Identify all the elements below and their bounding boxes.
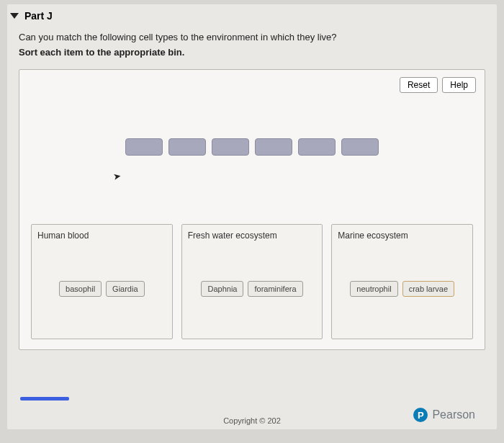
draggable-item[interactable]: [298, 138, 336, 156]
placed-item[interactable]: basophil: [59, 281, 102, 297]
part-header[interactable]: Part J: [7, 4, 497, 24]
page: Part J Can you match the following cell …: [7, 4, 497, 429]
bins-row: Human blood basophil Giardia Fresh water…: [31, 224, 473, 339]
brand: P Pearson: [413, 408, 475, 422]
bin-label: Marine ecosystem: [338, 231, 467, 241]
question-instruction: Sort each item to the appropriate bin.: [19, 47, 485, 58]
placed-item[interactable]: Daphnia: [201, 281, 243, 297]
bin-fresh-water[interactable]: Fresh water ecosystem Daphnia foraminife…: [181, 224, 323, 339]
placed-item[interactable]: neutrophil: [350, 281, 397, 297]
bin-marine[interactable]: Marine ecosystem neutrophil crab larvae: [331, 224, 473, 339]
bin-label: Human blood: [37, 231, 166, 241]
draggable-item[interactable]: [125, 138, 163, 156]
draggable-item[interactable]: [212, 138, 249, 156]
caret-down-icon: [10, 13, 19, 19]
placed-item[interactable]: Giardia: [106, 281, 144, 297]
cursor-icon: ➤: [112, 170, 122, 182]
brand-text: Pearson: [432, 408, 475, 421]
reset-button[interactable]: Reset: [400, 77, 438, 93]
bin-items: neutrophil crab larvae: [332, 281, 472, 297]
placed-item[interactable]: foraminifera: [248, 281, 302, 297]
question-block: Can you match the following cell types t…: [7, 24, 497, 62]
draggable-item[interactable]: [255, 138, 292, 156]
bin-items: basophil Giardia: [32, 281, 172, 297]
placed-item[interactable]: crab larvae: [402, 281, 454, 297]
draggable-item[interactable]: [168, 138, 206, 156]
bin-human-blood[interactable]: Human blood basophil Giardia: [31, 224, 173, 339]
scrollbar-horizontal[interactable]: [20, 397, 69, 401]
bin-label: Fresh water ecosystem: [188, 231, 317, 241]
copyright-text: Copyright © 202: [223, 416, 281, 425]
question-text: Can you match the following cell types t…: [19, 32, 485, 42]
drag-tray: [19, 138, 485, 156]
bin-items: Daphnia foraminifera: [182, 281, 323, 297]
sorting-activity: Reset Help ➤ Human blood basophil Giardi…: [19, 69, 485, 350]
pearson-logo-icon: P: [413, 408, 428, 422]
help-button[interactable]: Help: [442, 77, 476, 93]
draggable-item[interactable]: [341, 138, 379, 156]
part-label: Part J: [24, 10, 53, 22]
activity-controls: Reset Help: [400, 77, 476, 93]
